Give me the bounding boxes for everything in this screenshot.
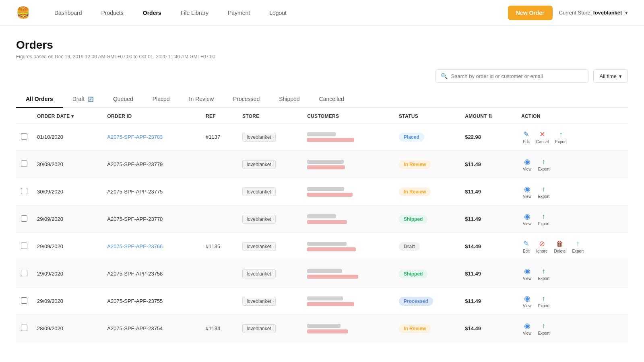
table-row: 29/09/2020A2075-SPF-APP-23758loveblanket… (16, 260, 628, 288)
export-button[interactable]: ↑Export (536, 321, 551, 336)
customer-info (307, 187, 389, 197)
order-id[interactable]: A2075-SPF-APP-23779 (102, 151, 201, 178)
header-amount[interactable]: AMOUNT ⇅ (460, 108, 516, 123)
order-ref (201, 260, 237, 288)
customer-name-blurred (307, 187, 344, 191)
tab-placed[interactable]: Placed (143, 91, 180, 108)
export-button[interactable]: ↑Export (536, 266, 551, 282)
row-checkbox[interactable] (21, 270, 27, 276)
order-id[interactable]: A2075-SPF-APP-23783 (102, 123, 201, 151)
edit-button[interactable]: ✎Edit (521, 129, 531, 145)
export-button[interactable]: ↑Export (536, 294, 551, 309)
order-store: loveblanket (237, 288, 302, 315)
order-id[interactable]: A2075-SPF-APP-23755 (102, 288, 201, 315)
table-row: 28/09/2020A2075-SPF-APP-23754#1134lovebl… (16, 315, 628, 342)
order-amount: $11.49 (460, 151, 516, 178)
new-order-button[interactable]: New Order (508, 6, 553, 20)
ignore-button[interactable]: ⊘Ignore (535, 239, 549, 254)
header-checkbox (16, 108, 32, 123)
row-checkbox[interactable] (21, 325, 27, 331)
customer-name-blurred (307, 242, 347, 246)
order-actions: ✎Edit⊘Ignore🗑Delete↑Export (516, 233, 628, 260)
tab-shipped[interactable]: Shipped (269, 91, 309, 108)
order-customer (302, 233, 394, 260)
row-checkbox[interactable] (21, 215, 27, 222)
view-button[interactable]: ◉View (521, 293, 533, 309)
nav-dashboard[interactable]: Dashboard (54, 10, 82, 16)
logo-icon: 🍔 (16, 6, 30, 19)
delete-button[interactable]: 🗑Delete (552, 239, 567, 254)
tab-all-orders[interactable]: All Orders (16, 91, 63, 108)
export-button[interactable]: ↑Export (536, 184, 551, 200)
row-checkbox[interactable] (21, 160, 27, 167)
status-badge: In Review (399, 324, 431, 333)
header-order-date[interactable]: ORDER DATE ▾ (32, 108, 102, 123)
export-icon: ↑ (542, 185, 545, 193)
order-id-link[interactable]: A2075-SPF-APP-23783 (107, 134, 163, 140)
export-icon: ↑ (559, 130, 563, 139)
header-order-id: ORDER ID (102, 108, 201, 123)
order-id[interactable]: A2075-SPF-APP-23766 (102, 233, 201, 260)
export-button[interactable]: ↑Export (536, 212, 551, 227)
store-badge: loveblanket (242, 160, 276, 169)
search-input[interactable] (451, 73, 583, 79)
row-checkbox-cell (16, 151, 32, 178)
cancel-button[interactable]: ✕Cancel (535, 129, 550, 145)
store-dropdown-icon[interactable]: ▾ (625, 10, 628, 16)
edit-button[interactable]: ✎Edit (521, 239, 531, 254)
cancel-icon: ✕ (539, 130, 545, 139)
order-id-link[interactable]: A2075-SPF-APP-23766 (107, 243, 163, 249)
nav-file-library[interactable]: File Library (181, 10, 208, 16)
customer-info (307, 132, 389, 142)
row-checkbox-cell (16, 315, 32, 342)
view-button[interactable]: ◉View (521, 156, 533, 172)
order-id[interactable]: A2075-SPF-APP-23758 (102, 260, 201, 288)
nav-logout[interactable]: Logout (269, 10, 287, 16)
view-icon: ◉ (524, 185, 530, 193)
order-status: In Review (394, 315, 460, 342)
order-status: In Review (394, 178, 460, 206)
customer-name-blurred (307, 296, 343, 300)
table-row: 30/09/2020A2075-SPF-APP-23775loveblanket… (16, 178, 628, 206)
row-checkbox[interactable] (21, 133, 27, 140)
customer-email-blurred (307, 329, 348, 333)
store-name: loveblanket (593, 10, 622, 16)
tab-draft[interactable]: Draft 🔄 (63, 91, 103, 108)
nav-links: Dashboard Products Orders File Library P… (54, 10, 508, 16)
row-checkbox[interactable] (21, 188, 27, 194)
nav-orders[interactable]: Orders (143, 10, 161, 16)
order-id[interactable]: A2075-SPF-APP-23770 (102, 206, 201, 233)
tab-in-review[interactable]: In Review (180, 91, 223, 108)
tab-cancelled[interactable]: Cancelled (310, 91, 354, 108)
tab-processed[interactable]: Processed (223, 91, 269, 108)
order-id[interactable]: A2075-SPF-APP-23775 (102, 178, 201, 206)
table-row: 29/09/2020A2075-SPF-APP-23766#1135lovebl… (16, 233, 628, 260)
export-button[interactable]: ↑Export (536, 157, 551, 172)
customer-info (307, 242, 389, 251)
row-checkbox[interactable] (21, 297, 27, 304)
edit-icon: ✎ (523, 239, 529, 248)
view-button[interactable]: ◉View (521, 321, 533, 336)
navbar: 🍔 Dashboard Products Orders File Library… (0, 0, 644, 26)
edit-label: Edit (523, 249, 530, 253)
order-status: Placed (394, 123, 460, 151)
view-button[interactable]: ◉View (521, 211, 533, 227)
tab-queued[interactable]: Queued (103, 91, 143, 108)
time-filter-dropdown[interactable]: All time ▾ (593, 69, 628, 83)
header-store: STORE (237, 108, 302, 123)
table-row: 29/09/2020A2075-SPF-APP-23770loveblanket… (16, 206, 628, 233)
nav-products[interactable]: Products (101, 10, 124, 16)
view-button[interactable]: ◉View (521, 266, 533, 282)
nav-payment[interactable]: Payment (228, 10, 250, 16)
ignore-icon: ⊘ (539, 239, 545, 248)
order-actions: ◉View↑Export (516, 151, 628, 178)
order-id-plain: A2075-SPF-APP-23755 (107, 298, 163, 304)
row-checkbox[interactable] (21, 243, 27, 249)
row-checkbox-cell (16, 178, 32, 206)
order-id[interactable]: A2075-SPF-APP-23754 (102, 315, 201, 342)
export-button[interactable]: ↑Export (553, 130, 568, 145)
view-button[interactable]: ◉View (521, 184, 533, 200)
export-button[interactable]: ↑Export (570, 239, 585, 254)
order-amount: $11.49 (460, 178, 516, 206)
store-badge: loveblanket (242, 324, 276, 333)
